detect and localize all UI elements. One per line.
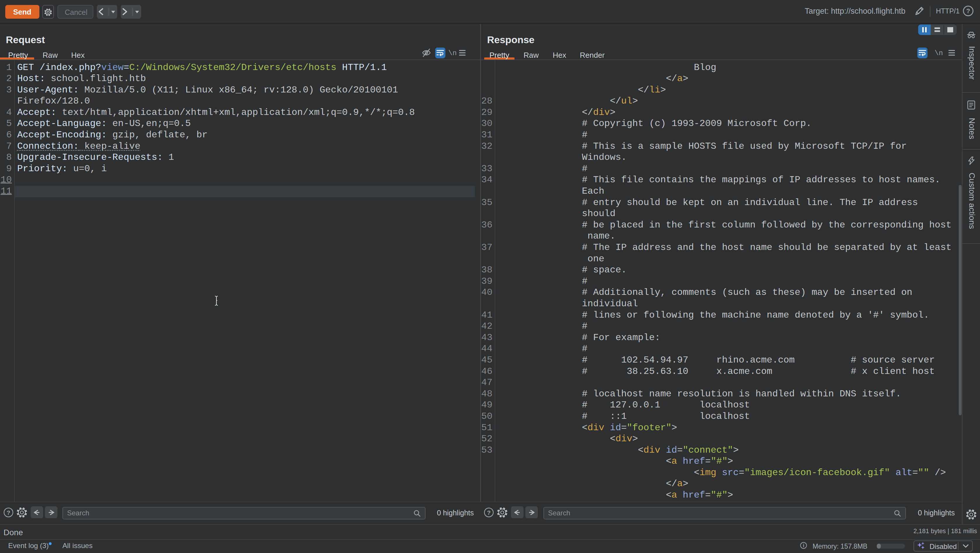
svg-text:i: i xyxy=(803,543,804,548)
svg-text:?: ? xyxy=(487,509,491,516)
svg-text:?: ? xyxy=(966,7,970,14)
svg-text:?: ? xyxy=(7,509,11,516)
